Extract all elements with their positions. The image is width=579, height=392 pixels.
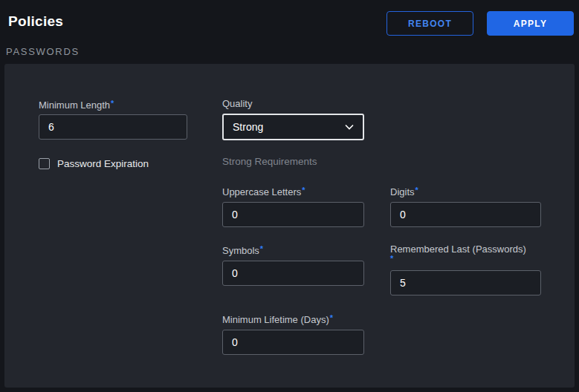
minimum-lifetime-input[interactable] — [222, 330, 364, 355]
password-expiration-row[interactable]: Password Expiration — [39, 158, 149, 169]
symbols-label-text: Symbols — [222, 245, 259, 256]
minimum-length-label: Minimum Length* — [39, 98, 114, 111]
minimum-lifetime-label-text: Minimum Lifetime (Days) — [222, 314, 329, 325]
minimum-length-label-text: Minimum Length — [39, 99, 110, 111]
apply-button[interactable]: APPLY — [487, 11, 574, 36]
minimum-length-input[interactable] — [39, 114, 187, 140]
digits-label-text: Digits — [390, 186, 415, 197]
symbols-label: Symbols* — [222, 244, 263, 256]
page-title: Policies — [8, 13, 63, 30]
remembered-last-input[interactable] — [390, 270, 541, 295]
remembered-last-label: Remembered Last (Passwords)* — [390, 244, 546, 262]
required-marker: * — [111, 99, 114, 108]
password-expiration-label: Password Expiration — [57, 158, 149, 169]
quality-label: Quality — [222, 98, 252, 109]
digits-input[interactable] — [390, 202, 541, 227]
minimum-lifetime-label: Minimum Lifetime (Days)* — [222, 313, 333, 325]
reboot-button[interactable]: REBOOT — [386, 11, 473, 36]
quality-select-value: Strong — [233, 121, 263, 133]
uppercase-letters-input[interactable] — [222, 202, 364, 227]
strong-requirements-heading: Strong Requirements — [222, 156, 317, 167]
passwords-panel: Minimum Length* Quality Strong Password … — [4, 64, 575, 388]
uppercase-letters-label-text: Uppercase Letters — [222, 186, 301, 197]
section-title-passwords: PASSWORDS — [6, 46, 80, 57]
required-marker: * — [390, 255, 546, 262]
required-marker: * — [260, 244, 263, 253]
quality-select[interactable]: Strong — [222, 114, 364, 140]
required-marker: * — [415, 186, 418, 195]
symbols-input[interactable] — [222, 261, 364, 286]
uppercase-letters-label: Uppercase Letters* — [222, 185, 305, 197]
required-marker: * — [330, 313, 333, 322]
required-marker: * — [302, 186, 305, 195]
password-expiration-checkbox[interactable] — [39, 158, 50, 169]
digits-label: Digits* — [390, 185, 418, 197]
chevron-down-icon — [345, 124, 354, 130]
remembered-last-label-text: Remembered Last (Passwords) — [390, 244, 526, 255]
